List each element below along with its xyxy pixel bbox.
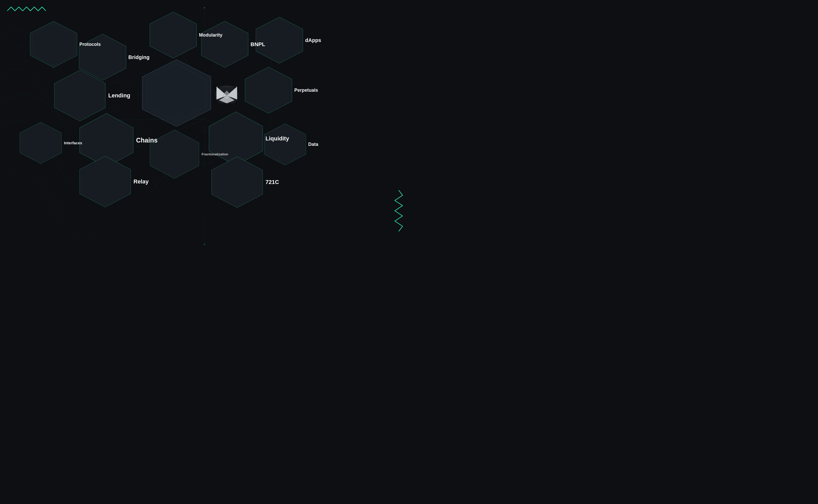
- interfaces-label: Interfaces: [64, 141, 82, 145]
- interfaces-node[interactable]: Interfaces: [18, 122, 82, 164]
- perpetuals-node[interactable]: Perpetuals: [243, 66, 318, 114]
- dapps-label: dApps: [305, 37, 321, 43]
- svg-marker-20: [150, 12, 197, 58]
- bnpl-label: BNPL: [251, 41, 265, 47]
- bridging-label: Bridging: [128, 54, 149, 60]
- svg-point-35: [215, 85, 238, 103]
- svg-marker-37: [20, 122, 62, 164]
- perpetuals-label: Perpetuals: [294, 88, 318, 93]
- svg-marker-42: [80, 156, 131, 207]
- svg-marker-36: [245, 67, 292, 113]
- center-logo: [214, 83, 240, 103]
- fractionalization-label: Fractionalization: [202, 152, 228, 156]
- svg-marker-17: [30, 21, 77, 68]
- 721c-node[interactable]: 721C: [209, 156, 279, 208]
- liquidity-label: Liquidity: [265, 135, 289, 142]
- protocols-label: Protocols: [79, 42, 101, 47]
- modularity-label: Modularity: [199, 32, 222, 38]
- svg-marker-43: [212, 157, 263, 208]
- dapps-node[interactable]: dApps: [254, 16, 321, 64]
- 721c-label: 721C: [265, 179, 279, 186]
- chains-label: Chains: [136, 137, 157, 144]
- relay-node[interactable]: Relay: [77, 156, 149, 208]
- lending-label: Lending: [108, 92, 130, 99]
- svg-marker-22: [256, 17, 303, 63]
- data-label: Data: [308, 142, 318, 147]
- relay-label: Relay: [133, 178, 149, 185]
